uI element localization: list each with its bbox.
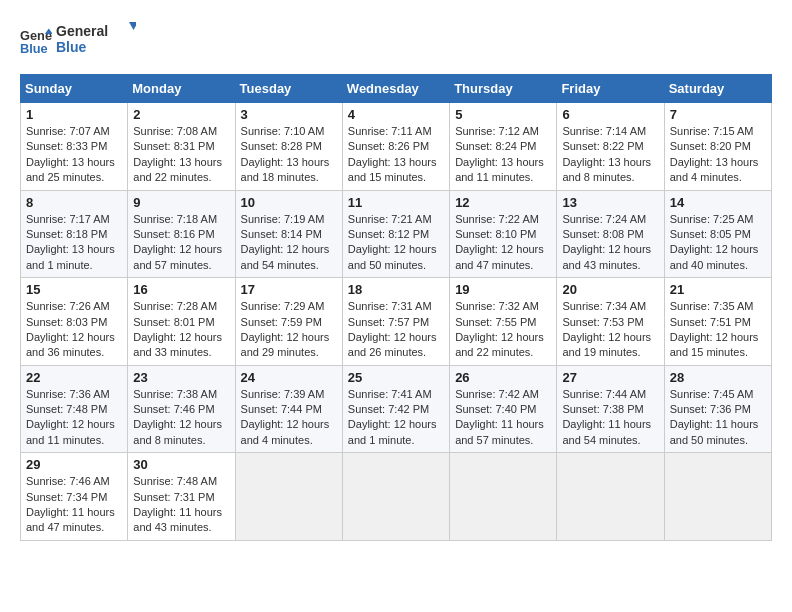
- header-row: SundayMondayTuesdayWednesdayThursdayFrid…: [21, 75, 772, 103]
- calendar-cell: 13Sunrise: 7:24 AMSunset: 8:08 PMDayligh…: [557, 190, 664, 278]
- calendar-cell: 8Sunrise: 7:17 AMSunset: 8:18 PMDaylight…: [21, 190, 128, 278]
- calendar-cell: 5Sunrise: 7:12 AMSunset: 8:24 PMDaylight…: [450, 103, 557, 191]
- cell-info: Sunrise: 7:26 AMSunset: 8:03 PMDaylight:…: [26, 299, 122, 361]
- day-number: 26: [455, 370, 551, 385]
- calendar-row: 15Sunrise: 7:26 AMSunset: 8:03 PMDayligh…: [21, 278, 772, 366]
- calendar-cell: 30Sunrise: 7:48 AMSunset: 7:31 PMDayligh…: [128, 453, 235, 541]
- calendar-row: 22Sunrise: 7:36 AMSunset: 7:48 PMDayligh…: [21, 365, 772, 453]
- cell-info: Sunrise: 7:29 AMSunset: 7:59 PMDaylight:…: [241, 299, 337, 361]
- calendar-cell: 2Sunrise: 7:08 AMSunset: 8:31 PMDaylight…: [128, 103, 235, 191]
- day-number: 23: [133, 370, 229, 385]
- calendar-cell: [235, 453, 342, 541]
- day-number: 8: [26, 195, 122, 210]
- calendar-cell: 22Sunrise: 7:36 AMSunset: 7:48 PMDayligh…: [21, 365, 128, 453]
- calendar-cell: 18Sunrise: 7:31 AMSunset: 7:57 PMDayligh…: [342, 278, 449, 366]
- day-number: 7: [670, 107, 766, 122]
- logo: General Blue General Blue: [20, 20, 136, 64]
- day-header-tuesday: Tuesday: [235, 75, 342, 103]
- calendar-cell: 24Sunrise: 7:39 AMSunset: 7:44 PMDayligh…: [235, 365, 342, 453]
- day-number: 28: [670, 370, 766, 385]
- calendar-cell: 15Sunrise: 7:26 AMSunset: 8:03 PMDayligh…: [21, 278, 128, 366]
- day-number: 2: [133, 107, 229, 122]
- day-number: 6: [562, 107, 658, 122]
- day-number: 10: [241, 195, 337, 210]
- cell-info: Sunrise: 7:11 AMSunset: 8:26 PMDaylight:…: [348, 124, 444, 186]
- cell-info: Sunrise: 7:19 AMSunset: 8:14 PMDaylight:…: [241, 212, 337, 274]
- cell-info: Sunrise: 7:34 AMSunset: 7:53 PMDaylight:…: [562, 299, 658, 361]
- cell-info: Sunrise: 7:32 AMSunset: 7:55 PMDaylight:…: [455, 299, 551, 361]
- svg-text:Blue: Blue: [20, 41, 48, 56]
- calendar-row: 29Sunrise: 7:46 AMSunset: 7:34 PMDayligh…: [21, 453, 772, 541]
- calendar-row: 1Sunrise: 7:07 AMSunset: 8:33 PMDaylight…: [21, 103, 772, 191]
- svg-text:Blue: Blue: [56, 39, 87, 55]
- calendar-cell: 3Sunrise: 7:10 AMSunset: 8:28 PMDaylight…: [235, 103, 342, 191]
- calendar-cell: [664, 453, 771, 541]
- cell-info: Sunrise: 7:45 AMSunset: 7:36 PMDaylight:…: [670, 387, 766, 449]
- logo-icon: General Blue: [20, 26, 52, 58]
- cell-info: Sunrise: 7:17 AMSunset: 8:18 PMDaylight:…: [26, 212, 122, 274]
- calendar-cell: 14Sunrise: 7:25 AMSunset: 8:05 PMDayligh…: [664, 190, 771, 278]
- day-number: 25: [348, 370, 444, 385]
- day-number: 27: [562, 370, 658, 385]
- calendar-cell: 12Sunrise: 7:22 AMSunset: 8:10 PMDayligh…: [450, 190, 557, 278]
- calendar-cell: 16Sunrise: 7:28 AMSunset: 8:01 PMDayligh…: [128, 278, 235, 366]
- calendar-cell: 20Sunrise: 7:34 AMSunset: 7:53 PMDayligh…: [557, 278, 664, 366]
- calendar-cell: 23Sunrise: 7:38 AMSunset: 7:46 PMDayligh…: [128, 365, 235, 453]
- day-header-monday: Monday: [128, 75, 235, 103]
- calendar-cell: 11Sunrise: 7:21 AMSunset: 8:12 PMDayligh…: [342, 190, 449, 278]
- cell-info: Sunrise: 7:41 AMSunset: 7:42 PMDaylight:…: [348, 387, 444, 449]
- cell-info: Sunrise: 7:24 AMSunset: 8:08 PMDaylight:…: [562, 212, 658, 274]
- day-number: 3: [241, 107, 337, 122]
- day-header-wednesday: Wednesday: [342, 75, 449, 103]
- day-number: 11: [348, 195, 444, 210]
- calendar-cell: 26Sunrise: 7:42 AMSunset: 7:40 PMDayligh…: [450, 365, 557, 453]
- cell-info: Sunrise: 7:36 AMSunset: 7:48 PMDaylight:…: [26, 387, 122, 449]
- cell-info: Sunrise: 7:44 AMSunset: 7:38 PMDaylight:…: [562, 387, 658, 449]
- logo-svg: General Blue: [56, 20, 136, 60]
- day-number: 9: [133, 195, 229, 210]
- day-header-friday: Friday: [557, 75, 664, 103]
- day-number: 24: [241, 370, 337, 385]
- calendar-cell: 10Sunrise: 7:19 AMSunset: 8:14 PMDayligh…: [235, 190, 342, 278]
- day-header-thursday: Thursday: [450, 75, 557, 103]
- day-number: 5: [455, 107, 551, 122]
- calendar-cell: 1Sunrise: 7:07 AMSunset: 8:33 PMDaylight…: [21, 103, 128, 191]
- day-number: 17: [241, 282, 337, 297]
- day-number: 1: [26, 107, 122, 122]
- day-number: 19: [455, 282, 551, 297]
- day-header-sunday: Sunday: [21, 75, 128, 103]
- day-number: 16: [133, 282, 229, 297]
- cell-info: Sunrise: 7:07 AMSunset: 8:33 PMDaylight:…: [26, 124, 122, 186]
- calendar-cell: 7Sunrise: 7:15 AMSunset: 8:20 PMDaylight…: [664, 103, 771, 191]
- day-number: 13: [562, 195, 658, 210]
- calendar-cell: 6Sunrise: 7:14 AMSunset: 8:22 PMDaylight…: [557, 103, 664, 191]
- cell-info: Sunrise: 7:14 AMSunset: 8:22 PMDaylight:…: [562, 124, 658, 186]
- cell-info: Sunrise: 7:48 AMSunset: 7:31 PMDaylight:…: [133, 474, 229, 536]
- cell-info: Sunrise: 7:12 AMSunset: 8:24 PMDaylight:…: [455, 124, 551, 186]
- cell-info: Sunrise: 7:31 AMSunset: 7:57 PMDaylight:…: [348, 299, 444, 361]
- cell-info: Sunrise: 7:21 AMSunset: 8:12 PMDaylight:…: [348, 212, 444, 274]
- cell-info: Sunrise: 7:10 AMSunset: 8:28 PMDaylight:…: [241, 124, 337, 186]
- day-number: 22: [26, 370, 122, 385]
- day-number: 21: [670, 282, 766, 297]
- cell-info: Sunrise: 7:38 AMSunset: 7:46 PMDaylight:…: [133, 387, 229, 449]
- calendar-cell: 21Sunrise: 7:35 AMSunset: 7:51 PMDayligh…: [664, 278, 771, 366]
- calendar-cell: 19Sunrise: 7:32 AMSunset: 7:55 PMDayligh…: [450, 278, 557, 366]
- calendar-cell: 4Sunrise: 7:11 AMSunset: 8:26 PMDaylight…: [342, 103, 449, 191]
- calendar-cell: 28Sunrise: 7:45 AMSunset: 7:36 PMDayligh…: [664, 365, 771, 453]
- day-number: 14: [670, 195, 766, 210]
- calendar-cell: 9Sunrise: 7:18 AMSunset: 8:16 PMDaylight…: [128, 190, 235, 278]
- cell-info: Sunrise: 7:35 AMSunset: 7:51 PMDaylight:…: [670, 299, 766, 361]
- calendar-row: 8Sunrise: 7:17 AMSunset: 8:18 PMDaylight…: [21, 190, 772, 278]
- calendar-cell: [450, 453, 557, 541]
- cell-info: Sunrise: 7:18 AMSunset: 8:16 PMDaylight:…: [133, 212, 229, 274]
- cell-info: Sunrise: 7:39 AMSunset: 7:44 PMDaylight:…: [241, 387, 337, 449]
- calendar-table: SundayMondayTuesdayWednesdayThursdayFrid…: [20, 74, 772, 541]
- day-number: 4: [348, 107, 444, 122]
- day-number: 30: [133, 457, 229, 472]
- day-number: 29: [26, 457, 122, 472]
- svg-marker-5: [129, 22, 136, 30]
- day-header-saturday: Saturday: [664, 75, 771, 103]
- day-number: 18: [348, 282, 444, 297]
- calendar-cell: [557, 453, 664, 541]
